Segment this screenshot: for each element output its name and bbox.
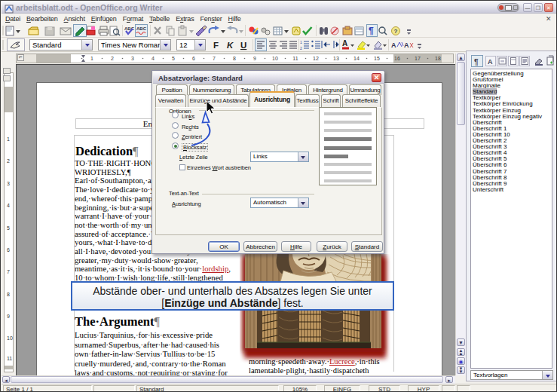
svg-text:1: 1 (90, 56, 93, 61)
svg-text:8: 8 (233, 56, 236, 61)
svg-text:12: 12 (313, 56, 319, 61)
svg-text:¶: ¶ (369, 26, 374, 36)
svg-text:¶: ¶ (474, 58, 479, 66)
svg-text:4: 4 (151, 56, 155, 61)
svg-text:A: A (342, 39, 347, 47)
svg-text:16: 16 (394, 56, 400, 61)
svg-text:6: 6 (192, 56, 195, 61)
svg-text:F: F (213, 41, 219, 50)
svg-text:A: A (404, 41, 409, 49)
svg-text:ABC: ABC (124, 26, 135, 31)
svg-text:14: 14 (353, 56, 360, 61)
svg-text:A: A (488, 58, 493, 66)
svg-text:15: 15 (374, 56, 380, 61)
svg-text:?: ? (394, 28, 398, 35)
svg-text:13: 13 (333, 56, 339, 61)
svg-text:2: 2 (300, 46, 302, 51)
svg-text:10: 10 (272, 56, 278, 61)
svg-text:5: 5 (172, 56, 175, 61)
svg-text:1: 1 (300, 40, 302, 44)
svg-text:2: 2 (111, 56, 114, 61)
svg-text:18: 18 (435, 56, 441, 61)
svg-text:K: K (227, 41, 234, 50)
svg-text:17: 17 (415, 56, 421, 61)
svg-text:11: 11 (292, 56, 298, 61)
svg-text:U: U (240, 41, 246, 50)
svg-text:A: A (391, 41, 396, 49)
svg-text:3: 3 (131, 56, 134, 61)
svg-text:7: 7 (213, 56, 216, 61)
svg-text:ABC: ABC (136, 26, 147, 31)
svg-text:9: 9 (253, 56, 256, 61)
